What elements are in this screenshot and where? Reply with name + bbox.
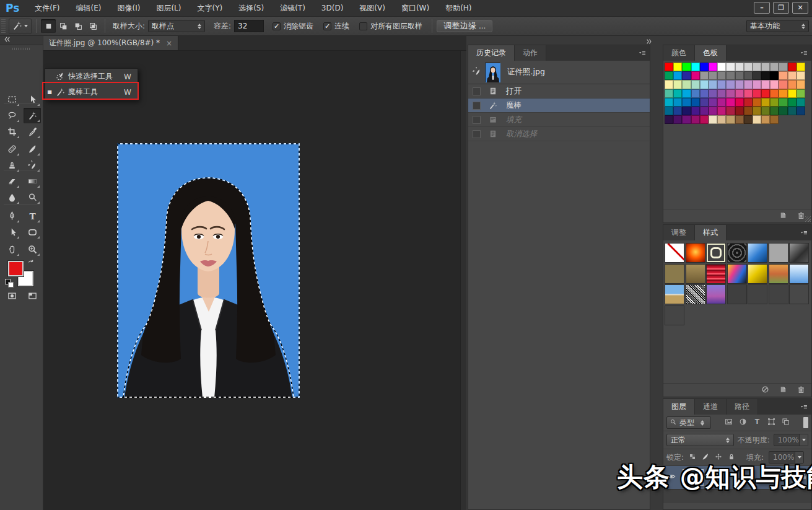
color-swatch[interactable]: [779, 98, 787, 107]
color-swatch[interactable]: [709, 115, 717, 124]
color-swatch[interactable]: [788, 63, 797, 71]
color-swatch[interactable]: [682, 107, 691, 115]
color-swatch[interactable]: [700, 98, 709, 107]
color-swatch[interactable]: [691, 71, 700, 80]
pen-tool[interactable]: [3, 208, 20, 224]
brush-tool[interactable]: [24, 141, 41, 157]
color-swatch[interactable]: [726, 107, 735, 115]
style-thumb-sunset-gradient[interactable]: [769, 264, 788, 284]
swatches-tab-色板[interactable]: 色板: [695, 45, 727, 61]
style-thumb-light-blue-glossy[interactable]: [789, 264, 809, 284]
history-entry-魔棒[interactable]: 魔棒: [468, 99, 650, 113]
crop-tool[interactable]: [3, 124, 20, 139]
color-swatch[interactable]: [673, 98, 682, 107]
opacity-dropdown[interactable]: 100%: [774, 434, 808, 446]
color-swatch[interactable]: [709, 63, 717, 71]
color-swatch[interactable]: [717, 89, 726, 98]
style-thumb-purple-gradient[interactable]: [706, 284, 726, 304]
color-swatch[interactable]: [709, 71, 717, 80]
style-thumb-yellow-glossy[interactable]: [748, 264, 767, 284]
menu-item[interactable]: 图像(I): [110, 0, 149, 17]
hand-tool[interactable]: [3, 242, 20, 257]
style-thumb-olive-flat[interactable]: [665, 264, 684, 284]
color-swatch[interactable]: [682, 115, 691, 124]
color-swatch[interactable]: [753, 63, 761, 71]
color-swatch[interactable]: [665, 80, 673, 89]
clone-stamp-tool[interactable]: [3, 157, 20, 173]
trash-icon[interactable]: [797, 385, 805, 395]
color-swatch[interactable]: [735, 80, 744, 89]
rect-marquee-tool[interactable]: [3, 92, 20, 107]
intersect-selection-button[interactable]: [85, 19, 100, 33]
blend-mode-dropdown[interactable]: 正常: [666, 434, 734, 446]
photo-document[interactable]: [117, 143, 300, 398]
color-swatch[interactable]: [770, 107, 779, 115]
history-source-checkbox[interactable]: [473, 87, 481, 95]
panel-menu-icon[interactable]: [800, 229, 808, 239]
color-swatch[interactable]: [665, 98, 673, 107]
new-swatch-icon[interactable]: [779, 211, 787, 221]
color-swatch[interactable]: [700, 71, 709, 80]
new-selection-button[interactable]: [41, 19, 56, 33]
color-swatch[interactable]: [735, 115, 744, 124]
close-button[interactable]: ✕: [792, 2, 808, 14]
color-swatch[interactable]: [726, 63, 735, 71]
checkbox-消除锯齿[interactable]: ✓消除锯齿: [273, 21, 313, 32]
color-swatch[interactable]: [744, 89, 753, 98]
color-swatch[interactable]: [665, 89, 673, 98]
history-entry-打开[interactable]: 打开: [468, 84, 650, 99]
color-swatch[interactable]: [700, 80, 709, 89]
style-thumb-empty-3[interactable]: [769, 284, 788, 304]
color-swatch[interactable]: [717, 80, 726, 89]
color-swatch[interactable]: [665, 115, 673, 124]
style-thumb-empty-2[interactable]: [748, 284, 767, 304]
color-swatch[interactable]: [691, 63, 700, 71]
lasso-tool[interactable]: [3, 108, 20, 123]
color-swatch[interactable]: [761, 63, 770, 71]
style-thumb-faint-2[interactable]: [665, 306, 684, 325]
layers-tab-路径[interactable]: 路径: [727, 399, 758, 415]
color-swatch[interactable]: [682, 71, 691, 80]
color-swatch[interactable]: [673, 71, 682, 80]
style-thumb-landscape[interactable]: [665, 284, 684, 304]
color-swatch[interactable]: [797, 98, 805, 107]
color-swatch[interactable]: [744, 71, 753, 80]
color-swatch[interactable]: [673, 107, 682, 115]
unchecked-checkbox-icon[interactable]: [359, 22, 367, 30]
color-swatch[interactable]: [788, 107, 797, 115]
menu-item[interactable]: 3D(D): [313, 0, 351, 17]
color-swatch[interactable]: [744, 63, 753, 71]
style-thumb-faint-1[interactable]: [789, 284, 809, 304]
color-swatch[interactable]: [726, 115, 735, 124]
color-swatch[interactable]: [770, 71, 779, 80]
screen-mode-button[interactable]: [24, 289, 41, 304]
adjust-filter-button[interactable]: [739, 418, 747, 428]
layers-tab-图层[interactable]: 图层: [663, 399, 695, 415]
type-filter-button[interactable]: T: [753, 418, 761, 428]
color-swatch[interactable]: [779, 80, 787, 89]
minimize-button[interactable]: –: [754, 2, 770, 14]
smart-filter-button[interactable]: [782, 418, 790, 428]
color-swatch[interactable]: [735, 63, 744, 71]
new-style-icon[interactable]: [779, 385, 787, 395]
foreground-color-chip[interactable]: [8, 261, 24, 276]
color-swatch[interactable]: [797, 107, 805, 115]
maximize-button[interactable]: ❐: [773, 2, 789, 14]
color-swatch[interactable]: [691, 107, 700, 115]
checkbox-连续[interactable]: ✓连续: [323, 21, 349, 32]
color-swatch[interactable]: [673, 63, 682, 71]
color-swatch[interactable]: [665, 63, 673, 71]
history-source-checkbox[interactable]: [473, 102, 481, 110]
pixel-filter-button[interactable]: [725, 418, 733, 428]
layer-filter-type-dropdown[interactable]: 类型: [666, 416, 711, 429]
color-swatch[interactable]: [788, 98, 797, 107]
history-snapshot-row[interactable]: 证件照.jpg: [468, 61, 650, 84]
history-entry-填充[interactable]: 填充: [468, 113, 650, 127]
tool-preset-picker[interactable]: [9, 19, 32, 34]
style-thumb-red-orange-glow[interactable]: [686, 243, 705, 263]
swap-colors-icon[interactable]: [27, 259, 35, 269]
color-swatch[interactable]: [788, 80, 797, 89]
color-swatch[interactable]: [682, 63, 691, 71]
style-thumb-color-abstract[interactable]: [727, 264, 747, 284]
color-swatch[interactable]: [797, 63, 805, 71]
